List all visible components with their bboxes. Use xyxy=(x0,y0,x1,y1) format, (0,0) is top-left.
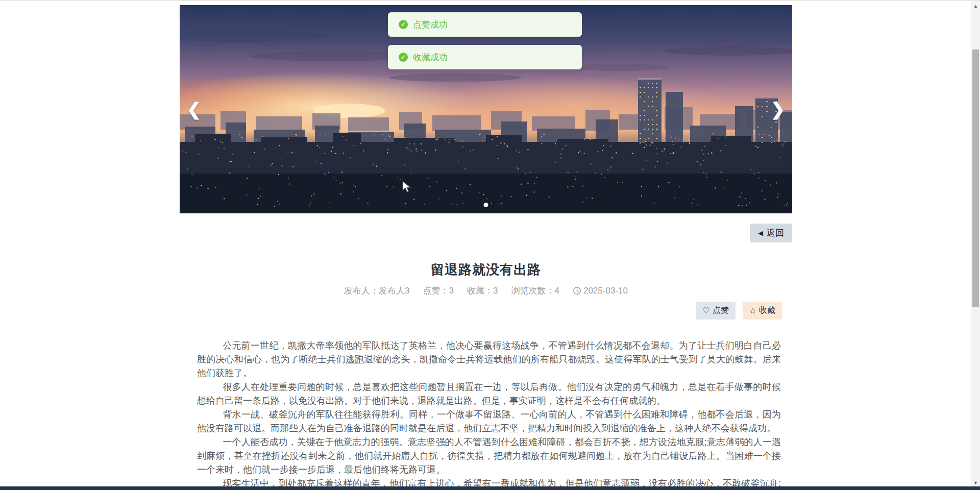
chevron-right-icon: ❯ xyxy=(771,100,786,119)
favorite-button-label: 收藏 xyxy=(759,305,775,316)
carousel-next-button[interactable]: ❯ xyxy=(769,98,787,120)
meta-favorites: 收藏：3 xyxy=(467,285,498,297)
underlined-text: 逃跑 xyxy=(346,354,364,364)
meta-date: 2025-03-10 xyxy=(573,286,628,296)
article-paragraph: 一个人能否成功，关键在于他意志力的强弱。意志坚强的人不管遇到什么困难和障碍，都会… xyxy=(197,435,781,477)
meta-publisher: 发布人：发布人3 xyxy=(344,285,409,297)
like-button-label: 点赞 xyxy=(713,305,729,316)
carousel-dot-indicator[interactable] xyxy=(484,203,488,207)
bottom-bar xyxy=(0,486,980,490)
carousel-prev-button[interactable]: ❮ xyxy=(185,98,203,120)
check-circle-icon: ✓ xyxy=(399,53,408,62)
star-icon: ☆ xyxy=(749,306,756,315)
toast-like-success: ✓ 点赞成功 xyxy=(388,12,582,37)
like-button[interactable]: ♡ 点赞 xyxy=(696,302,735,320)
vertical-scrollbar[interactable]: ▲ ▼ xyxy=(971,1,980,490)
article-body: 公元前一世纪，凯撒大帝率领他的军队抵达了英格兰，他决心要赢得这场战争，不管遇到什… xyxy=(197,339,781,490)
clock-icon xyxy=(573,286,581,295)
back-button-label: 返回 xyxy=(767,227,784,239)
toast-text: 点赞成功 xyxy=(413,19,448,31)
chevron-left-icon: ❮ xyxy=(187,100,202,119)
favorite-button[interactable]: ☆ 收藏 xyxy=(743,302,782,320)
article-meta: 发布人：发布人3 点赞：3 收藏：3 浏览次数：4 2025-03-10 xyxy=(180,285,792,297)
article-paragraph: 很多人在处理重要问题的时候，总是喜欢把这些问题暂且搁置在一边，等以后再做。他们没… xyxy=(197,380,781,408)
back-arrow-icon: ◀ xyxy=(758,229,763,237)
toast-favorite-success: ✓ 收藏成功 xyxy=(388,45,582,69)
meta-date-value: 2025-03-10 xyxy=(583,286,628,296)
toast-text: 收藏成功 xyxy=(413,52,448,63)
article-actions: ♡ 点赞 ☆ 收藏 xyxy=(180,302,782,320)
article-title: 留退路就没有出路 xyxy=(180,261,792,279)
meta-views: 浏览次数：4 xyxy=(511,285,559,297)
scrollbar-down-arrow-icon[interactable]: ▼ xyxy=(971,479,980,487)
scrollbar-up-arrow-icon[interactable]: ▲ xyxy=(971,2,980,10)
check-circle-icon: ✓ xyxy=(399,20,408,29)
heart-icon: ♡ xyxy=(702,306,709,315)
article-paragraph: 公元前一世纪，凯撒大帝率领他的军队抵达了英格兰，他决心要赢得这场战争，不管遇到什… xyxy=(197,339,781,380)
back-button[interactable]: ◀ 返回 xyxy=(750,224,792,242)
article-paragraph: 背水一战、破釜沉舟的军队往往能获得胜利。同样，一个做事不留退路、一心向前的人，不… xyxy=(197,408,781,435)
article-page: ◀ 返回 留退路就没有出路 发布人：发布人3 点赞：3 收藏：3 浏览次数：4 … xyxy=(180,215,792,490)
meta-likes: 点赞：3 xyxy=(423,285,454,297)
back-row: ◀ 返回 xyxy=(180,224,792,242)
scrollbar-thumb[interactable] xyxy=(972,50,979,307)
